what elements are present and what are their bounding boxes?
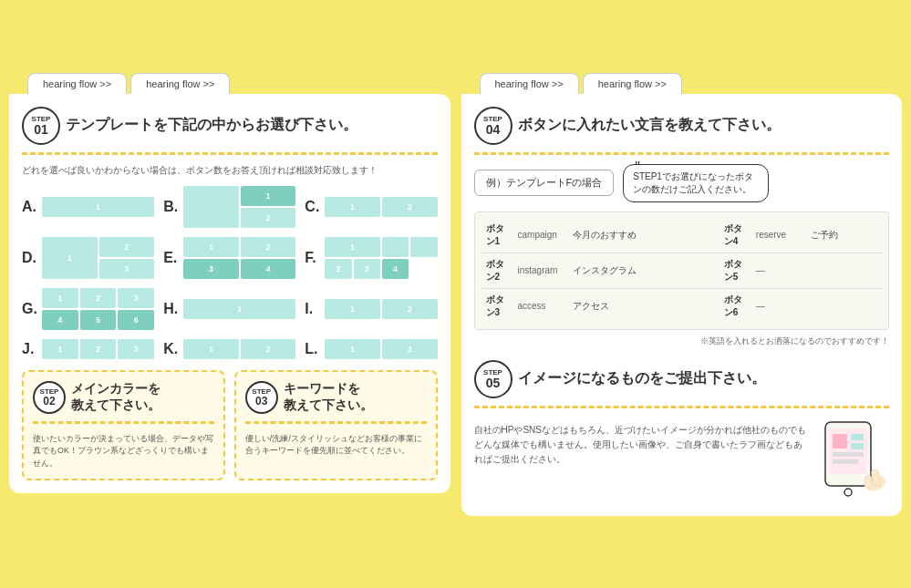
step04-badge: STEP 04 bbox=[474, 107, 512, 145]
cell-en5: — bbox=[751, 253, 805, 288]
form-table-wrapper: ボタン1 campaign 今月のおすすめ ボタン4 reserve ご予約 ボ… bbox=[474, 211, 890, 330]
cell-btn2: ボタン2 bbox=[481, 253, 512, 288]
step01-title: テンプレートを下記の中からお選び下さい。 bbox=[66, 116, 357, 135]
step03-body: 優しい/洗練/スタイリッシュなどお客様の事業に合うキーワードを優先順に並べてくだ… bbox=[245, 433, 427, 458]
template-l[interactable]: L. 1 2 bbox=[305, 339, 437, 359]
cell-btn4: ボタン4 bbox=[719, 218, 751, 253]
step04-note: ※英語を入れるとお洒落になるのでおすすめです！ bbox=[474, 335, 890, 347]
svg-point-2 bbox=[844, 489, 852, 496]
cell-btn5: ボタン5 bbox=[719, 253, 751, 288]
template-c[interactable]: C. 1 2 bbox=[305, 186, 437, 228]
block-f4: 4 bbox=[382, 259, 409, 279]
template-k-label: K. bbox=[163, 341, 180, 357]
template-f[interactable]: F. 1 2 3 4 bbox=[305, 237, 437, 279]
step03-section: STEP 03 キーワードを教えて下さい。 優しい/洗練/スタイリッシュなどお客… bbox=[234, 370, 438, 481]
template-c-label: C. bbox=[305, 199, 321, 215]
block-b1: 1 bbox=[241, 186, 296, 206]
block-a1: 1 bbox=[42, 197, 154, 217]
table-row: ボタン3 access アクセス ボタン6 — bbox=[481, 288, 884, 324]
step05-body: 自社のHPやSNSなどはもちろん、近づけたいイメージが分かれば他社のものでもどん… bbox=[474, 423, 808, 467]
block-g3: 3 bbox=[118, 288, 154, 308]
right-panel-outer: hearing flow >> hearing flow >> STEP 04 … bbox=[461, 73, 903, 516]
table-row: ボタン1 campaign 今月のおすすめ ボタン4 reserve ご予約 bbox=[481, 218, 884, 253]
step04-divider bbox=[474, 152, 890, 155]
step02-header: STEP 02 メインカラーを教えて下さい。 bbox=[33, 381, 214, 414]
block-k1: 1 bbox=[183, 339, 239, 359]
template-i-label: I. bbox=[305, 301, 321, 317]
block-i2: 2 bbox=[382, 299, 438, 319]
step03-title: キーワードを教えて下さい。 bbox=[284, 381, 373, 414]
block-d3: 3 bbox=[99, 259, 155, 279]
step04-title: ボタンに入れたい文言を教えて下さい。 bbox=[518, 116, 781, 135]
cell-en4: reserve bbox=[751, 218, 805, 253]
template-l-label: L. bbox=[305, 341, 321, 357]
block-c1: 1 bbox=[325, 197, 380, 217]
cell-ja4: ご予約 bbox=[805, 218, 883, 253]
bottom-row: STEP 02 メインカラーを教えて下さい。 使いたいカラーが決まっている場合、… bbox=[22, 370, 438, 481]
block-d2: 2 bbox=[99, 237, 155, 257]
block-b-left bbox=[183, 186, 239, 228]
cell-en2: instagram bbox=[512, 253, 567, 288]
right-panel-body: STEP 04 ボタンに入れたい文言を教えて下さい。 例）テンプレートFの場合 … bbox=[461, 94, 903, 516]
template-d-label: D. bbox=[22, 250, 38, 266]
cell-ja3: アクセス bbox=[567, 288, 719, 324]
step02-title: メインカラーを教えて下さい。 bbox=[71, 381, 160, 414]
template-g[interactable]: G. 1 2 3 4 5 6 bbox=[22, 288, 154, 330]
template-j[interactable]: J. 1 2 3 bbox=[22, 339, 154, 359]
left-tab-1[interactable]: hearing flow >> bbox=[27, 73, 127, 94]
block-e2: 2 bbox=[241, 237, 296, 257]
right-tabs: hearing flow >> hearing flow >> bbox=[461, 73, 903, 94]
template-f-label: F. bbox=[305, 250, 321, 266]
block-f-empty2 bbox=[410, 237, 437, 257]
step03-num: 03 bbox=[255, 396, 267, 407]
template-e[interactable]: E. 1 2 3 4 bbox=[163, 237, 295, 279]
block-g6: 6 bbox=[118, 310, 154, 330]
block-j2: 2 bbox=[80, 339, 117, 359]
svg-rect-3 bbox=[833, 434, 847, 449]
block-f3: 3 bbox=[354, 259, 380, 279]
template-h-label: H. bbox=[163, 301, 180, 317]
svg-rect-10 bbox=[864, 475, 872, 489]
step05-header: STEP 05 イメージになるものをご提出下さい。 bbox=[474, 360, 890, 398]
right-tab-1[interactable]: hearing flow >> bbox=[480, 73, 579, 94]
step05-badge: STEP 05 bbox=[474, 360, 512, 398]
phone-illustration bbox=[816, 418, 889, 503]
templates-grid: A. 1 B. 1 2 C. bbox=[22, 186, 438, 359]
button-form-table: ボタン1 campaign 今月のおすすめ ボタン4 reserve ご予約 ボ… bbox=[481, 218, 884, 324]
block-h1: 1 bbox=[183, 299, 295, 319]
step05-wrapper: STEP 05 イメージになるものをご提出下さい。 自社のHPやSNSなどはもち… bbox=[474, 360, 890, 503]
right-tab-2[interactable]: hearing flow >> bbox=[583, 73, 682, 94]
block-i1: 1 bbox=[325, 299, 380, 319]
block-g5: 5 bbox=[80, 310, 117, 330]
svg-rect-7 bbox=[833, 459, 858, 464]
step01-header: STEP 01 テンプレートを下記の中からお選び下さい。 bbox=[22, 107, 438, 145]
block-e4: 4 bbox=[241, 259, 296, 279]
main-wrapper: hearing flow >> hearing flow >> STEP 01 … bbox=[9, 73, 902, 516]
block-d1: 1 bbox=[42, 237, 98, 279]
block-g2: 2 bbox=[80, 288, 117, 308]
step02-body: 使いたいカラーが決まっている場合、データや写真でもOK！ブラウン系などざっくりで… bbox=[33, 433, 214, 470]
cell-en3: access bbox=[512, 288, 567, 324]
template-a[interactable]: A. 1 bbox=[22, 186, 154, 228]
step04-header: STEP 04 ボタンに入れたい文言を教えて下さい。 bbox=[474, 107, 890, 145]
block-g1: 1 bbox=[42, 288, 78, 308]
template-a-label: A. bbox=[22, 199, 38, 215]
template-d[interactable]: D. 1 2 3 bbox=[22, 237, 154, 279]
step03-badge: STEP 03 bbox=[245, 381, 278, 414]
block-k2: 2 bbox=[241, 339, 296, 359]
template-b-label: B. bbox=[163, 199, 180, 215]
template-b[interactable]: B. 1 2 bbox=[163, 186, 295, 228]
cell-ja6 bbox=[805, 288, 883, 324]
template-h[interactable]: H. 1 bbox=[163, 288, 295, 330]
template-k[interactable]: K. 1 2 bbox=[163, 339, 295, 359]
cell-btn1: ボタン1 bbox=[481, 218, 512, 253]
svg-rect-6 bbox=[833, 452, 864, 457]
left-panel-body: STEP 01 テンプレートを下記の中からお選び下さい。 どれを選べば良いかわか… bbox=[9, 94, 450, 494]
step05-title: イメージになるものをご提出下さい。 bbox=[518, 369, 766, 388]
template-i[interactable]: I. 1 2 bbox=[305, 288, 437, 330]
left-tab-2[interactable]: hearing flow >> bbox=[130, 73, 230, 94]
cell-ja2: インスタグラム bbox=[567, 253, 719, 288]
block-f2: 2 bbox=[325, 259, 351, 279]
left-panel-outer: hearing flow >> hearing flow >> STEP 01 … bbox=[9, 73, 450, 516]
step04-example-row: 例）テンプレートFの場合 STEP1でお選びになったボタンの数だけご記入ください… bbox=[474, 164, 890, 202]
